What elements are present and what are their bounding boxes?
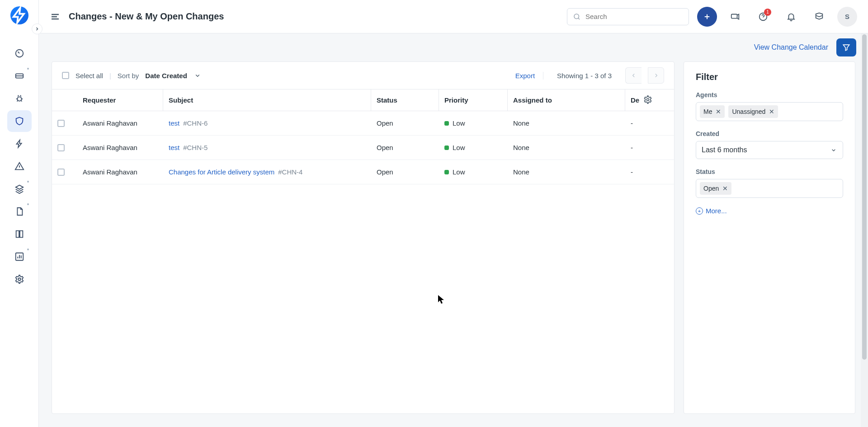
nav-contracts[interactable] (7, 201, 32, 222)
col-priority[interactable]: Priority (439, 89, 508, 111)
chevron-right-icon (653, 72, 659, 79)
scrollbar-thumb[interactable] (862, 34, 867, 360)
view-calendar-link[interactable]: View Change Calendar (754, 43, 828, 52)
cell-requester: Aswani Raghavan (77, 119, 163, 127)
chip-remove-button[interactable]: ✕ (716, 108, 721, 115)
avatar-initial: S (845, 13, 849, 20)
cell-last: - (625, 119, 653, 127)
shield-icon (14, 116, 24, 126)
col-subject[interactable]: Subject (163, 89, 371, 111)
filter-chip-agent: Unassigned ✕ (728, 105, 778, 118)
cell-status: Open (371, 168, 439, 176)
document-icon (14, 206, 24, 216)
filter-created-value: Last 6 months (702, 146, 747, 154)
bell-icon (786, 12, 796, 22)
ticket-icon (14, 71, 24, 81)
cell-subject-id: #CHN-4 (278, 168, 302, 176)
cell-last: - (625, 168, 653, 176)
row-checkbox[interactable] (57, 144, 65, 151)
notifications-button[interactable] (781, 7, 801, 27)
sort-by-value[interactable]: Date Created (145, 72, 187, 80)
cell-subject-id: #CHN-6 (183, 119, 208, 127)
cell-subject-link[interactable]: test (169, 144, 179, 151)
svg-point-5 (574, 14, 579, 19)
sidebar-toggle-button[interactable] (50, 11, 61, 22)
cell-priority: Low (453, 144, 465, 151)
book-icon (14, 229, 24, 239)
new-button[interactable] (697, 7, 717, 27)
bolt-icon (14, 139, 24, 149)
prev-page-button[interactable] (625, 67, 642, 84)
row-checkbox[interactable] (57, 120, 65, 127)
cell-priority: Low (453, 168, 465, 176)
nav-changes[interactable] (7, 110, 32, 132)
apps-icon (814, 12, 824, 22)
cell-assigned-to: None (508, 119, 625, 127)
filter-agents-field[interactable]: Me ✕ Unassigned ✕ (696, 102, 843, 121)
apps-button[interactable] (809, 7, 829, 27)
table-row[interactable]: Aswani Raghavan test #CHN-5 Open Low Non… (52, 136, 674, 160)
nav-knowledge[interactable] (7, 223, 32, 245)
filter-chip-status: Open ✕ (700, 182, 731, 195)
filter-more-button[interactable]: + More... (696, 207, 843, 215)
menu-icon (50, 11, 61, 22)
page-title: Changes - New & My Open Changes (69, 11, 224, 22)
nav-settings[interactable] (7, 268, 32, 290)
filter-toggle-button[interactable] (836, 38, 856, 56)
cell-subject-link[interactable]: Changes for Article delivery system (169, 168, 274, 176)
nav-alerts[interactable] (7, 155, 32, 177)
table-panel: Select all | Sort by Date Created Export… (52, 61, 675, 414)
search-input[interactable] (585, 13, 683, 20)
chip-remove-button[interactable]: ✕ (722, 185, 728, 192)
global-search[interactable] (567, 8, 689, 25)
export-button[interactable]: Export (515, 72, 543, 80)
row-checkbox[interactable] (57, 169, 65, 176)
nav-releases[interactable] (7, 133, 32, 155)
chip-remove-button[interactable]: ✕ (769, 108, 774, 115)
column-settings-button[interactable] (641, 95, 652, 105)
chevron-down-icon[interactable] (193, 71, 202, 80)
window-scrollbar[interactable] (861, 33, 868, 427)
filter-chip-agent: Me ✕ (700, 105, 725, 118)
chevron-right-icon (34, 26, 40, 32)
priority-dot-icon (444, 170, 449, 174)
nav-reports[interactable] (7, 246, 32, 267)
alert-icon (14, 161, 24, 171)
filter-created-select[interactable]: Last 6 months (696, 141, 843, 159)
cell-requester: Aswani Raghavan (77, 168, 163, 176)
help-button[interactable]: 1 (753, 7, 773, 27)
table-header-row: Requester Subject Status Priority Assign… (52, 89, 674, 111)
table-row[interactable]: Aswani Raghavan test #CHN-6 Open Low Non… (52, 111, 674, 136)
settings-icon (14, 274, 24, 284)
expand-nav-toggle[interactable] (32, 23, 42, 34)
nav-tickets[interactable] (7, 65, 32, 87)
col-assigned-to[interactable]: Assigned to (508, 89, 625, 111)
plus-circle-icon: + (696, 207, 703, 215)
profile-avatar[interactable]: S (837, 7, 857, 27)
search-icon (573, 13, 581, 21)
nav-assets[interactable] (7, 178, 32, 200)
announcements-button[interactable] (725, 7, 745, 27)
cell-subject-link[interactable]: test (169, 119, 179, 127)
table-row[interactable]: Aswani Raghavan Changes for Article deli… (52, 160, 674, 184)
brand-logo[interactable] (10, 6, 28, 24)
pagination-info: Showing 1 - 3 of 3 (550, 72, 619, 80)
next-page-button[interactable] (648, 67, 664, 84)
nav-problems[interactable] (7, 88, 32, 109)
filter-status-field[interactable]: Open ✕ (696, 179, 843, 198)
filter-panel: Filter Agents Me ✕ Unassigned ✕ Created … (684, 61, 855, 414)
gear-icon (643, 95, 652, 104)
gauge-icon (14, 48, 24, 58)
cell-assigned-to: None (508, 168, 625, 176)
priority-dot-icon (444, 121, 449, 126)
select-all-checkbox[interactable] (62, 72, 69, 79)
col-last[interactable]: De (625, 89, 653, 111)
filter-title: Filter (696, 72, 843, 82)
sort-by-label: Sort by (118, 72, 139, 80)
filter-agents-label: Agents (696, 91, 843, 99)
col-requester[interactable]: Requester (77, 89, 163, 111)
chevron-left-icon (631, 72, 637, 79)
nav-dashboard[interactable] (7, 42, 32, 64)
col-status[interactable]: Status (371, 89, 439, 111)
plus-icon (703, 13, 711, 21)
